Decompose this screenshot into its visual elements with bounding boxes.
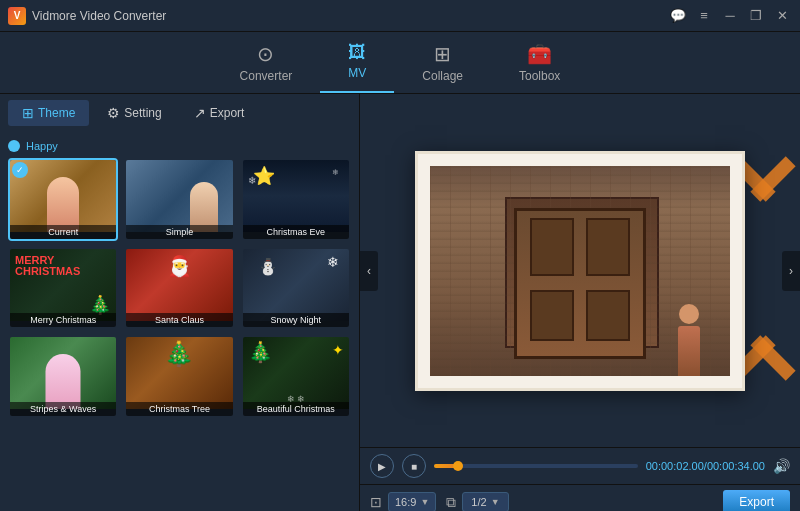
title-bar: V Vidmore Video Converter 💬 ≡ ─ ❐ ✕ (0, 0, 800, 32)
theme-snowy-night[interactable]: ⛄ ❄ Snowy Night (241, 247, 351, 330)
progress-thumb (453, 461, 463, 471)
page-icon: ⧉ (446, 494, 456, 511)
theme-grid: Happy Current ✓ Simple (0, 132, 359, 511)
ratio-select[interactable]: 16:9 ▼ (388, 492, 436, 511)
restore-button[interactable]: ❐ (746, 6, 766, 26)
theme-santa-claus[interactable]: 🎅 Santa Claus (124, 247, 234, 330)
tab-toolbox[interactable]: 🧰 Toolbox (491, 36, 588, 93)
theme-stripes-waves[interactable]: Stripes & Waves (8, 335, 118, 418)
sub-tabs: ⊞ Theme ⚙ Setting ↗ Export (0, 94, 359, 132)
photo-inner (430, 166, 730, 376)
stop-button[interactable]: ■ (402, 454, 426, 478)
tab-converter[interactable]: ⊙ Converter (212, 36, 321, 93)
sub-tab-setting[interactable]: ⚙ Setting (93, 100, 175, 126)
theme-simple[interactable]: Simple (124, 158, 234, 241)
theme-merry-christmas[interactable]: MERRY CHRISTMAS 🎄 Merry Christmas (8, 247, 118, 330)
ratio-dropdown-arrow: ▼ (420, 497, 429, 507)
collage-icon: ⊞ (434, 42, 451, 66)
theme-row-3: Stripes & Waves 🎄 Christmas Tree 🎄 ✦ ❄ ❄… (8, 335, 351, 418)
sub-tab-theme[interactable]: ⊞ Theme (8, 100, 89, 126)
close-button[interactable]: ✕ (772, 6, 792, 26)
aspect-ratio-icon: ⊡ (370, 494, 382, 510)
app-title: Vidmore Video Converter (32, 9, 668, 23)
preview-nav-left[interactable]: ‹ (360, 251, 378, 291)
nav-tabs: ⊙ Converter 🖼 MV ⊞ Collage 🧰 Toolbox (0, 32, 800, 94)
page-dropdown-arrow: ▼ (491, 497, 500, 507)
theme-christmas-eve[interactable]: ⭐ ❄ ❄ Christmas Eve (241, 158, 351, 241)
playback-bar: ▶ ■ 00:00:02.00/00:00:34.00 🔊 (360, 447, 800, 484)
app-logo: V (8, 7, 26, 25)
theme-current[interactable]: Current ✓ (8, 158, 118, 241)
preview-area: ‹ › (360, 94, 800, 447)
theme-icon: ⊞ (22, 105, 34, 121)
ratio-bar: ⊡ 16:9 ▼ 16:9 (Widescreen) 1:1 (Instagra… (360, 484, 800, 511)
setting-icon: ⚙ (107, 105, 120, 121)
volume-icon[interactable]: 🔊 (773, 458, 790, 474)
sub-tab-export[interactable]: ↗ Export (180, 100, 259, 126)
window-controls: 💬 ≡ ─ ❐ ✕ (668, 6, 792, 26)
left-panel: ⊞ Theme ⚙ Setting ↗ Export Happy (0, 94, 360, 511)
theme-christmas-tree[interactable]: 🎄 Christmas Tree (124, 335, 234, 418)
theme-beautiful-christmas[interactable]: 🎄 ✦ ❄ ❄ Beautiful Christmas (241, 335, 351, 418)
toolbox-icon: 🧰 (527, 42, 552, 66)
progress-track[interactable] (434, 464, 638, 468)
right-panel: ‹ › ▶ ■ 00:00:02.00/00:00:34.00 🔊 ⊡ 16:9… (360, 94, 800, 511)
export-button[interactable]: Export (723, 490, 790, 511)
door-scene (430, 166, 730, 376)
active-indicator: ✓ (12, 162, 28, 178)
minimize-button[interactable]: ─ (720, 6, 740, 26)
export-icon: ↗ (194, 105, 206, 121)
tab-mv[interactable]: 🖼 MV (320, 36, 394, 93)
menu-icon[interactable]: ≡ (694, 6, 714, 26)
tab-collage[interactable]: ⊞ Collage (394, 36, 491, 93)
page-counter: 1/2 ▼ (462, 492, 508, 511)
mv-icon: 🖼 (348, 42, 366, 63)
play-button[interactable]: ▶ (370, 454, 394, 478)
preview-nav-right[interactable]: › (782, 251, 800, 291)
main-area: ⊞ Theme ⚙ Setting ↗ Export Happy (0, 94, 800, 511)
theme-row-2: MERRY CHRISTMAS 🎄 Merry Christmas 🎅 Sant… (8, 247, 351, 330)
time-display: 00:00:02.00/00:00:34.00 (646, 460, 765, 472)
chat-icon[interactable]: 💬 (668, 6, 688, 26)
theme-row-1: Current ✓ Simple ⭐ ❄ ❄ Christmas Eve (8, 158, 351, 241)
converter-icon: ⊙ (257, 42, 274, 66)
photo-frame (415, 151, 745, 391)
theme-section-happy: Happy (8, 136, 351, 158)
